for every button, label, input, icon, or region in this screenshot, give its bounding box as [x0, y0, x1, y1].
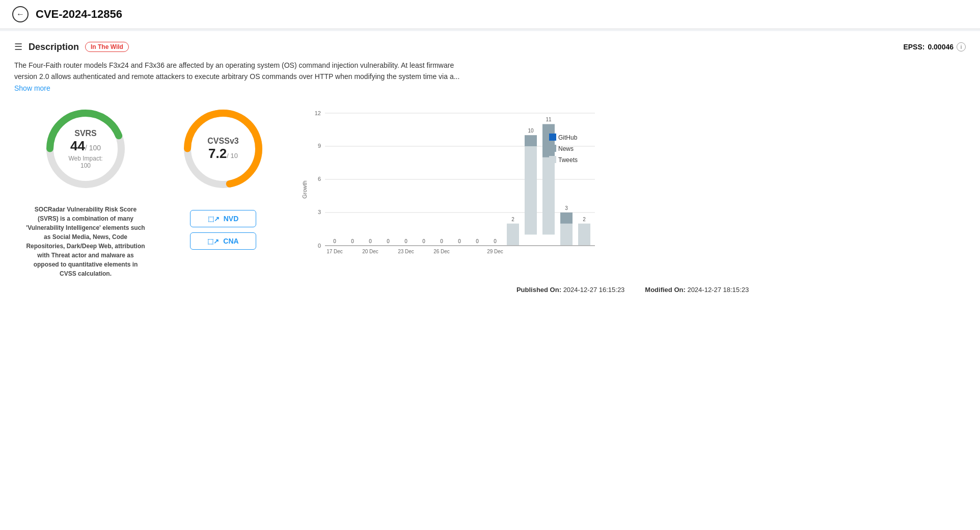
svg-text:Tweets: Tweets: [558, 156, 578, 164]
svg-text:20 Dec: 20 Dec: [362, 249, 378, 254]
info-icon[interactable]: i: [957, 42, 966, 51]
bar-chart-svg: Growth 0 3 6 9 12: [300, 103, 615, 276]
svg-text:10: 10: [528, 128, 534, 134]
description-text-block: The Four-Faith router models F3x24 and F…: [14, 60, 966, 94]
in-the-wild-badge: In The Wild: [85, 42, 129, 52]
svg-text:0: 0: [318, 243, 321, 249]
cna-label: CNA: [223, 237, 238, 245]
y-axis-label: Growth: [302, 180, 308, 198]
svrs-number: 44: [70, 138, 85, 153]
svg-text:0: 0: [494, 238, 497, 244]
svg-rect-44: [549, 134, 556, 141]
svrs-donut-label: SVRS 44/ 100 Web Impact: 100: [63, 129, 108, 169]
svg-text:23 Dec: 23 Dec: [398, 249, 414, 254]
cvss-donut-container: CVSSv3 7.2/ 10: [177, 103, 269, 195]
svg-text:0: 0: [333, 238, 336, 244]
svg-text:0: 0: [440, 238, 443, 244]
published-row: Published On: 2024-12-27 16:15:23 Modifi…: [300, 286, 966, 294]
svg-text:GitHub: GitHub: [558, 134, 578, 141]
description-icon: ☰: [14, 41, 22, 52]
main-content: ☰ Description In The Wild EPSS: 0.00046 …: [0, 31, 980, 304]
header-bar: ← CVE-2024-12856: [0, 0, 980, 29]
cvss-title: CVSSv3: [207, 137, 238, 146]
svg-text:0: 0: [351, 238, 354, 244]
external-link-icon-nvd: ⬚↗: [208, 215, 220, 223]
nvd-label: NVD: [224, 215, 239, 223]
svg-text:3: 3: [565, 205, 568, 211]
chart-section: Growth 0 3 6 9 12: [279, 103, 966, 294]
cna-button[interactable]: ⬚↗ CNA: [190, 232, 256, 250]
svg-text:17 Dec: 17 Dec: [326, 249, 343, 254]
svrs-title: SVRS: [63, 129, 108, 138]
back-button[interactable]: ←: [12, 6, 29, 22]
svg-text:29 Dec: 29 Dec: [487, 249, 503, 254]
svg-rect-39: [560, 213, 573, 224]
external-link-icon-cna: ⬚↗: [207, 237, 219, 245]
svrs-description: SOCRadar Vulnerability Risk Score (SVRS)…: [24, 205, 147, 278]
svg-text:9: 9: [318, 143, 321, 149]
svg-rect-41: [578, 224, 590, 246]
svg-text:2: 2: [583, 217, 586, 222]
epss-value: 0.00046: [928, 43, 954, 51]
description-left: ☰ Description In The Wild: [14, 41, 129, 52]
svg-rect-46: [549, 145, 556, 152]
svg-rect-48: [549, 156, 556, 163]
published-date: 2024-12-27 16:15:23: [563, 286, 625, 294]
svg-text:0: 0: [476, 238, 479, 244]
published-text: Published On: 2024-12-27 16:15:23: [516, 286, 624, 294]
svg-text:0: 0: [458, 238, 461, 244]
cve-title: CVE-2024-12856: [36, 8, 122, 21]
svg-text:11: 11: [546, 117, 552, 122]
epss-label: EPSS:: [903, 43, 924, 51]
svg-text:0: 0: [422, 238, 425, 244]
svrs-donut-container: SVRS 44/ 100 Web Impact: 100: [40, 103, 131, 195]
svg-text:6: 6: [318, 176, 321, 182]
metrics-row: SVRS 44/ 100 Web Impact: 100 SOCRadar Vu…: [14, 103, 966, 294]
cvss-donut-label: CVSSv3 7.2/ 10: [207, 137, 238, 162]
svg-rect-33: [525, 135, 537, 146]
svg-text:12: 12: [315, 110, 321, 116]
svg-text:0: 0: [404, 238, 407, 244]
svg-text:26 Dec: 26 Dec: [433, 249, 450, 254]
modified-label: Modified On:: [645, 286, 685, 294]
svg-rect-30: [507, 224, 519, 246]
description-label: Description: [29, 42, 79, 52]
svg-text:2: 2: [511, 217, 514, 222]
chart-area: Growth 0 3 6 9 12: [300, 103, 966, 278]
epss-section: EPSS: 0.00046 i: [903, 42, 966, 51]
svg-text:News: News: [558, 145, 574, 152]
svg-rect-36: [542, 124, 555, 157]
svrs-denom: / 100: [85, 144, 101, 152]
svg-text:3: 3: [318, 209, 321, 215]
cvss-buttons: ⬚↗ NVD ⬚↗ CNA: [190, 210, 256, 250]
svg-rect-32: [525, 135, 537, 234]
description-paragraph: The Four-Faith router models F3x24 and F…: [14, 60, 473, 94]
nvd-button[interactable]: ⬚↗ NVD: [190, 210, 256, 227]
svg-text:0: 0: [369, 238, 372, 244]
published-label: Published On:: [516, 286, 561, 294]
cvss-denom: / 10: [227, 152, 238, 160]
svrs-section: SVRS 44/ 100 Web Impact: 100 SOCRadar Vu…: [14, 103, 157, 278]
svrs-value: 44/ 100: [63, 138, 108, 154]
svrs-sub: Web Impact: 100: [63, 155, 108, 169]
cvss-value: 7.2/ 10: [207, 146, 238, 162]
back-arrow-icon: ←: [16, 10, 24, 19]
cvss-section: CVSSv3 7.2/ 10 ⬚↗ NVD ⬚↗ CNA: [157, 103, 279, 250]
cvss-number: 7.2: [208, 146, 227, 161]
modified-date: 2024-12-27 18:15:23: [687, 286, 749, 294]
show-more-link[interactable]: Show more: [14, 84, 50, 92]
svg-text:0: 0: [387, 238, 390, 244]
description-header: ☰ Description In The Wild EPSS: 0.00046 …: [14, 41, 966, 52]
description-content: The Four-Faith router models F3x24 and F…: [14, 61, 459, 81]
modified-text: Modified On: 2024-12-27 18:15:23: [645, 286, 749, 294]
